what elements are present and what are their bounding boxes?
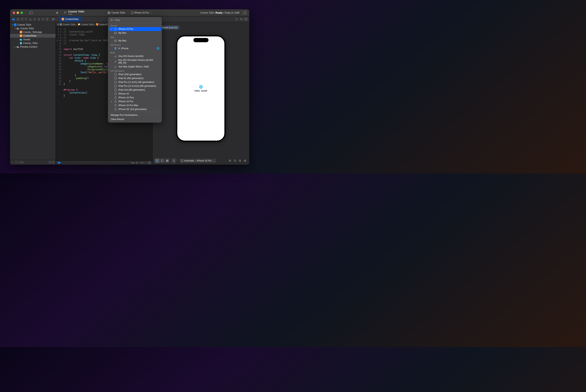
svg-line-53 bbox=[246, 161, 246, 162]
destination-item[interactable]: ✓iPhone 15 bbox=[108, 92, 162, 96]
editor-tab-contentview[interactable]: ContentView bbox=[59, 16, 81, 22]
chevron-right-icon: › bbox=[128, 12, 129, 14]
tree-item-label: ContentView bbox=[23, 34, 37, 37]
disclosure-triangle[interactable]: ▾ bbox=[11, 24, 14, 26]
simulator-device-frame[interactable]: 🌐 Hello, world! bbox=[176, 35, 226, 142]
svg-rect-18 bbox=[52, 19, 53, 20]
scheme-selector[interactable]: A Cosmic ToDo bbox=[106, 11, 127, 14]
zoom-in-button[interactable] bbox=[243, 159, 247, 163]
tree-item[interactable]: Assets bbox=[10, 38, 56, 41]
navigator-filter-input[interactable] bbox=[19, 161, 48, 164]
filter-scope-button[interactable]: ⌄ bbox=[15, 161, 18, 164]
app-icon: A bbox=[108, 12, 110, 14]
svg-rect-58 bbox=[115, 28, 116, 30]
breakpoint-toggle[interactable] bbox=[58, 162, 61, 164]
minimap-toggle[interactable] bbox=[148, 162, 150, 164]
branch-info[interactable]: Cosmic ToDo main bbox=[64, 10, 84, 15]
svg-rect-27 bbox=[20, 34, 22, 37]
destination-item[interactable]: ✓iPad (10th generation) bbox=[108, 72, 162, 76]
add-button[interactable] bbox=[235, 10, 240, 15]
tree-item[interactable]: ContentView bbox=[10, 34, 56, 38]
destination-item[interactable]: ✓iPad Pro (11-inch) (4th generation) bbox=[108, 80, 162, 84]
manage-destinations-action[interactable]: Manage Run Destinations… bbox=[108, 113, 162, 117]
zoom-fit-button[interactable] bbox=[233, 159, 237, 163]
destination-item[interactable]: ✓Any iOS Simulator Device (arm64, x86_64… bbox=[108, 58, 162, 65]
test-navigator-tab[interactable] bbox=[33, 18, 36, 20]
destination-item[interactable]: ✓iPad mini (6th generation) bbox=[108, 88, 162, 92]
variants-button[interactable] bbox=[165, 159, 169, 163]
project-navigator-tab[interactable] bbox=[12, 18, 15, 20]
tree-item-label: Cosmic ToDo bbox=[20, 27, 34, 30]
editor-options-button[interactable] bbox=[235, 18, 238, 20]
minimize-window-button[interactable] bbox=[17, 12, 19, 14]
svg-rect-36 bbox=[166, 160, 167, 160]
app-preview-content: 🌐 Hello, world! bbox=[177, 36, 224, 140]
svg-rect-68 bbox=[115, 89, 117, 91]
scm-status-button[interactable] bbox=[52, 161, 55, 164]
tree-item-label: Preview Content bbox=[20, 46, 37, 48]
destination-item[interactable]: ✓iPad Pro (12.9-inch) (6th generation) bbox=[108, 84, 162, 88]
svg-line-49 bbox=[241, 161, 241, 162]
close-window-button[interactable] bbox=[13, 12, 15, 14]
destination-item[interactable]: ✓iPhone 15 Pro bbox=[109, 27, 161, 31]
disclosure-triangle[interactable]: ▸ bbox=[14, 46, 16, 48]
destination-selector[interactable]: iPhone 15 Pro ⌄ bbox=[130, 11, 153, 14]
adjust-editor-button[interactable] bbox=[240, 18, 243, 20]
file-tree[interactable]: ▾ Cosmic ToDo ▾Cosmic ToDoCosmic_ToDoApp… bbox=[10, 22, 56, 160]
add-editor-button[interactable] bbox=[245, 18, 247, 20]
run-button[interactable] bbox=[55, 10, 60, 15]
destination-item[interactable]: ✓Any iOS Device (arm64) bbox=[108, 54, 162, 58]
toggle-inspector-button[interactable] bbox=[242, 10, 247, 15]
preview-device-selector[interactable]: Automatic – iPhone 15 Pro ⌄ bbox=[179, 158, 216, 163]
debug-navigator-tab[interactable] bbox=[38, 18, 40, 20]
destination-item[interactable]: ✓iPhone 15 Pro Max bbox=[108, 104, 162, 107]
report-navigator-tab[interactable] bbox=[46, 18, 49, 20]
destination-item[interactable]: ✓iPad Air (5th generation) bbox=[108, 76, 162, 80]
disclosure-triangle[interactable]: ▾ bbox=[14, 28, 16, 30]
issue-navigator-tab[interactable] bbox=[29, 18, 32, 20]
destination-item[interactable]: ✓My Mac bbox=[108, 31, 162, 35]
svg-rect-41 bbox=[181, 160, 183, 162]
svg-rect-69 bbox=[115, 93, 116, 95]
bookmark-navigator-tab[interactable] bbox=[21, 18, 23, 20]
tree-item[interactable]: ▾Cosmic ToDo bbox=[10, 26, 56, 30]
device-settings-button[interactable] bbox=[172, 159, 176, 163]
tree-item[interactable]: Cosmic_ToDo bbox=[10, 41, 56, 45]
destination-popover: Filter Recent ✓iPhone 15 Pro✓My Mac Mac … bbox=[108, 17, 162, 122]
grid-icon[interactable]: ⊞ bbox=[57, 23, 59, 25]
zoom-window-button[interactable] bbox=[21, 12, 23, 14]
destination-item[interactable]: ✓iPhone 15 Pro bbox=[108, 100, 162, 104]
related-items-button[interactable] bbox=[52, 18, 54, 20]
zoom-out-button[interactable] bbox=[228, 159, 232, 163]
popover-filter-placeholder[interactable]: Filter bbox=[115, 18, 120, 22]
swift-icon bbox=[96, 23, 98, 25]
find-navigator-tab[interactable] bbox=[25, 18, 28, 20]
destination-item[interactable]: ✓iPhone SE (3rd generation) bbox=[108, 107, 162, 111]
phone-icon bbox=[114, 100, 117, 103]
tree-item[interactable]: Cosmic_ToDoApp bbox=[10, 30, 56, 34]
tree-item[interactable]: ▸Preview Content bbox=[10, 45, 56, 48]
check-icon: ✓ bbox=[110, 100, 113, 103]
svg-rect-67 bbox=[115, 85, 117, 87]
destination-item[interactable]: ✓iPhone 15 Plus bbox=[108, 96, 162, 100]
go-forward-button[interactable]: › bbox=[57, 18, 57, 20]
section-ios-device: iOS Device bbox=[108, 42, 162, 46]
canvas-controls: ◉ Automatic – iPhone 15 Pro ⌄ 1 bbox=[153, 157, 249, 164]
destination-item[interactable]: ✓Any Mac (Apple Silicon, Intel) bbox=[108, 65, 162, 68]
toggle-navigator-button[interactable] bbox=[29, 10, 33, 15]
cursor-line: 25 bbox=[136, 162, 138, 164]
svg-rect-6 bbox=[243, 12, 246, 14]
recent-files-button[interactable] bbox=[49, 161, 51, 164]
project-root[interactable]: ▾ Cosmic ToDo bbox=[10, 23, 56, 26]
clear-recent-action[interactable]: Clear Recent bbox=[108, 117, 162, 122]
add-file-button[interactable]: ＋ bbox=[11, 160, 14, 164]
destination-item[interactable]: ✓K. iPhone🌐 bbox=[108, 46, 162, 50]
source-control-navigator-tab[interactable] bbox=[17, 18, 19, 20]
zoom-actual-button[interactable]: 1 bbox=[238, 159, 242, 163]
live-preview-button[interactable]: ◉ bbox=[155, 159, 159, 163]
svg-rect-39 bbox=[167, 161, 168, 162]
selectable-preview-button[interactable] bbox=[160, 159, 164, 163]
destination-item[interactable]: ✓My Mac bbox=[108, 39, 162, 42]
go-back-button[interactable]: ‹ bbox=[55, 18, 56, 20]
breakpoint-navigator-tab[interactable] bbox=[42, 18, 45, 20]
